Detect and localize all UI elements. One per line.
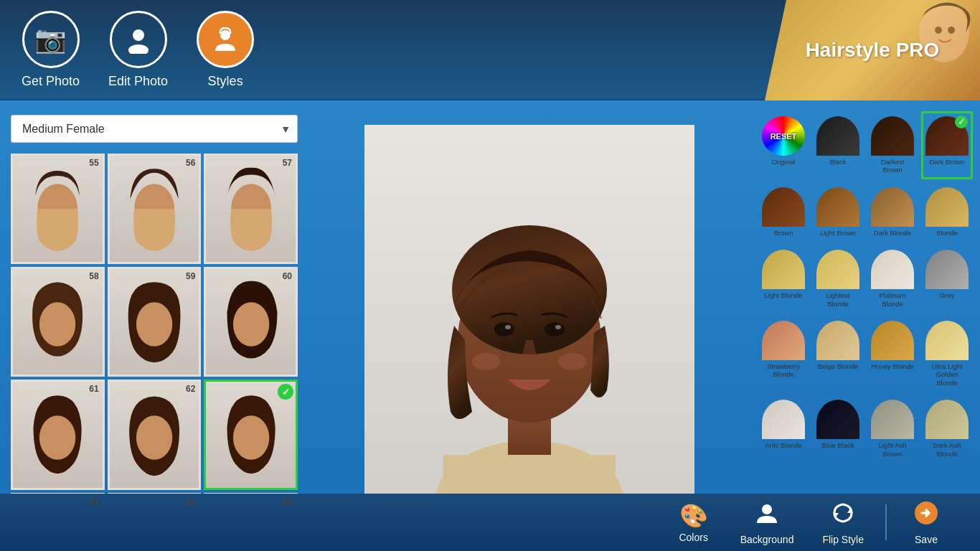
color-artic-blonde[interactable]: Artic Blonde — [758, 395, 809, 463]
color-ultra-light-golden-blonde[interactable]: Ultra Light Golden Blonde — [921, 316, 973, 392]
edit-photo-label: Edit Photo — [108, 74, 168, 89]
color-label-lightest-blonde: Lightest Blonde — [816, 291, 860, 308]
lightest-blonde-swatch — [816, 250, 859, 289]
blue-black-swatch — [816, 400, 859, 439]
flip-style-icon — [830, 500, 856, 532]
color-honey-blonde[interactable]: Honey Blonde — [867, 316, 918, 392]
svg-point-5 — [948, 27, 955, 34]
color-dark-brown[interactable]: Dark Brown — [921, 111, 973, 179]
color-label-ultra-light-golden-blonde: Ultra Light Golden Blonde — [925, 362, 969, 387]
black-swatch — [816, 116, 859, 156]
style-number-59: 59 — [186, 271, 195, 281]
style-item-60[interactable]: 60 — [204, 267, 298, 377]
grey-swatch — [925, 250, 969, 289]
color-dark-ash-blonde[interactable]: Dark Ash Blonde — [921, 395, 973, 463]
color-dark-blonde[interactable]: Dark Blonde — [867, 182, 918, 242]
dark-blonde-swatch — [871, 187, 914, 227]
style-item-58[interactable]: 58 — [11, 267, 105, 377]
svg-point-10 — [39, 302, 75, 347]
color-light-ash-brown[interactable]: Light Ash Brown — [867, 395, 918, 463]
nav-get-photo[interactable]: 📷 Get Photo — [22, 11, 80, 89]
svg-point-36 — [555, 325, 561, 329]
style-number-55: 55 — [89, 158, 98, 168]
color-label-black: Black — [829, 158, 846, 166]
svg-point-0 — [133, 29, 144, 41]
light-blonde-swatch — [762, 250, 805, 289]
colors-button[interactable]: 🎨 Colors — [661, 499, 726, 547]
color-platinum-blonde[interactable]: Platinum Blonde — [867, 245, 918, 313]
svg-point-2 — [220, 30, 230, 40]
svg-point-18 — [136, 415, 172, 460]
color-beige-blonde[interactable]: Beige Blonde — [812, 316, 864, 392]
color-light-blonde[interactable]: Light Blonde — [758, 245, 809, 313]
color-blue-black[interactable]: Blue Black — [812, 395, 864, 463]
svg-point-33 — [494, 322, 514, 336]
color-brown[interactable]: Brown — [758, 182, 809, 242]
save-button[interactable]: Save — [894, 496, 958, 549]
artic-blonde-swatch — [762, 400, 805, 439]
style-number-56: 56 — [186, 158, 195, 168]
color-label-honey-blonde: Honey Blonde — [871, 362, 914, 370]
nav-styles[interactable]: Styles — [197, 11, 254, 89]
platinum-blonde-swatch — [871, 250, 914, 289]
light-ash-brown-swatch — [871, 400, 914, 439]
styles-icon — [197, 11, 254, 68]
color-label-beige-blonde: Beige Blonde — [818, 362, 859, 370]
svg-point-12 — [136, 302, 172, 347]
flip-style-button[interactable]: Flip Style — [808, 496, 878, 549]
color-lightest-blonde[interactable]: Lightest Blonde — [812, 245, 864, 313]
main-content: Short Female Medium Female Long Female S… — [0, 100, 980, 551]
background-icon — [754, 500, 780, 532]
style-item-59[interactable]: 59 — [108, 267, 202, 377]
blonde-swatch — [925, 187, 969, 227]
style-number-57: 57 — [283, 158, 292, 168]
style-item-61[interactable]: 61 — [11, 380, 105, 490]
color-label-artic-blonde: Artic Blonde — [765, 441, 801, 449]
save-label: Save — [915, 534, 938, 545]
background-button[interactable]: Background — [726, 496, 809, 549]
svg-point-16 — [39, 415, 75, 460]
left-panel: Short Female Medium Female Long Female S… — [0, 100, 308, 551]
colors-icon: 🎨 — [679, 502, 708, 529]
color-light-brown[interactable]: Light Brown — [812, 182, 864, 242]
color-label-blonde: Blonde — [936, 229, 958, 237]
color-black[interactable]: Black — [812, 111, 864, 179]
colors-label: Colors — [679, 532, 707, 543]
svg-point-1 — [128, 44, 149, 54]
nav-edit-photo[interactable]: Edit Photo — [108, 11, 168, 89]
beige-blonde-swatch — [816, 321, 859, 360]
color-label-dark-ash-blonde: Dark Ash Blonde — [925, 441, 969, 458]
color-label-original: Original — [772, 158, 796, 166]
brown-swatch — [762, 187, 805, 227]
style-item-62[interactable]: 62 — [108, 380, 202, 490]
edit-photo-icon — [110, 11, 167, 68]
style-item-56[interactable]: 56 — [108, 154, 202, 264]
color-grey[interactable]: Grey — [921, 245, 973, 313]
style-item-57[interactable]: 57 — [204, 154, 298, 264]
get-photo-icon: 📷 — [22, 11, 80, 68]
svg-point-4 — [935, 27, 942, 34]
styles-label: Styles — [208, 74, 243, 89]
style-item-63[interactable]: ✓ — [204, 380, 298, 490]
svg-point-14 — [232, 302, 268, 347]
flip-style-label: Flip Style — [822, 534, 864, 545]
svg-point-34 — [545, 322, 565, 336]
style-item-55[interactable]: 55 — [11, 154, 105, 264]
color-label-light-blonde: Light Blonde — [765, 291, 803, 299]
style-category-dropdown[interactable]: Short Female Medium Female Long Female S… — [11, 115, 298, 143]
get-photo-label: Get Photo — [22, 74, 80, 89]
svg-point-20 — [232, 415, 268, 460]
svg-point-39 — [762, 504, 772, 514]
preview-area — [364, 125, 694, 527]
color-original[interactable]: RESET Original — [758, 111, 809, 179]
color-darkest-brown[interactable]: Darkest Brown — [867, 111, 918, 179]
right-panel: RESET Original Black Darkest Brown Dark … — [750, 100, 980, 551]
style-number-60: 60 — [283, 271, 292, 281]
top-bar: 📷 Get Photo Edit Photo Styles Hairstyle … — [0, 0, 980, 100]
app-title: Hairstyle PRO — [806, 39, 940, 62]
color-label-strawberry-blonde: Strawberry Blonde — [761, 362, 806, 379]
color-label-dark-brown: Dark Brown — [929, 158, 965, 166]
color-blonde[interactable]: Blonde — [921, 182, 973, 242]
ultra-light-golden-blonde-swatch — [925, 321, 969, 360]
color-strawberry-blonde[interactable]: Strawberry Blonde — [758, 316, 809, 392]
